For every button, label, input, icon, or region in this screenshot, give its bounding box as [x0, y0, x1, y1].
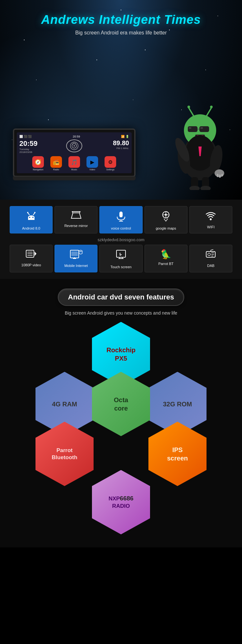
mobile-icon: [57, 249, 95, 261]
feature-mobile-label: Mobile Internet: [57, 263, 95, 268]
android-mascot: [165, 100, 236, 190]
svg-rect-12: [189, 127, 191, 129]
main-title: Andrews Intelligent Times: [0, 13, 242, 27]
svg-point-28: [200, 186, 211, 190]
feature-reverse: Reverse mirror: [55, 206, 97, 233]
svg-rect-57: [116, 250, 126, 257]
device-freq-unit: FM·1 MHz.: [85, 147, 129, 150]
hex-4gram-label: 4G RAM: [52, 400, 77, 408]
svg-rect-22: [219, 175, 221, 178]
voice-icon: [102, 210, 140, 224]
svg-line-5: [189, 108, 194, 116]
feature-touch-label: Touch screen: [102, 265, 140, 269]
feature-reverse-label: Reverse mirror: [57, 223, 95, 228]
hero-subtitle: Big screen Android era makes life better: [0, 30, 242, 36]
svg-point-27: [189, 186, 200, 190]
device-date: 2018/03/06: [19, 151, 64, 154]
feature-maps: google maps: [145, 206, 187, 233]
radio-icon: [66, 139, 82, 152]
maps-icon: [147, 210, 185, 224]
svg-point-62: [208, 253, 210, 256]
hex-32grom-label: 32G ROM: [163, 400, 192, 408]
app-music: 🎵 Music: [66, 156, 82, 171]
hero-title-block: Andrews Intelligent Times Big screen And…: [0, 0, 242, 36]
svg-rect-23: [221, 174, 223, 176]
hex-parrot-bt: ParrotBluetooth: [35, 422, 94, 486]
features-grid-row1: Android 8.0 Reverse mirror: [10, 206, 232, 233]
seven-features-subtitle: Big screen Android gives you new concept…: [10, 310, 232, 316]
feature-maps-label: google maps: [147, 226, 185, 231]
hex-radio: NXP6686RADIO: [92, 470, 150, 535]
dab-icon: [192, 249, 230, 261]
svg-line-31: [28, 213, 29, 215]
hex-radio-label: NXP6686RADIO: [108, 495, 133, 510]
feature-parrot-label: Parrot BT: [147, 261, 185, 266]
svg-rect-39: [119, 212, 123, 217]
svg-point-46: [210, 218, 212, 220]
feature-android-label: Android 8.0: [12, 226, 50, 231]
hex-ips: IPSscreen: [148, 422, 207, 486]
device-frequency: 89.80: [85, 139, 129, 147]
feature-wifi: WIFI: [189, 206, 232, 233]
svg-line-67: [211, 250, 213, 250]
svg-rect-53: [71, 251, 78, 256]
touch-icon: [102, 249, 140, 263]
svg-point-6: [187, 106, 190, 108]
feature-video: 1080P video: [10, 245, 53, 272]
svg-point-8: [210, 106, 213, 108]
feature-dab-label: DAB: [192, 263, 230, 268]
svg-rect-13: [200, 127, 203, 129]
hex-octacore: Octacore: [92, 372, 150, 436]
hex-ips-label: IPSscreen: [167, 446, 188, 462]
feature-wifi-label: WIFI: [192, 225, 230, 229]
app-navigation: 🧭 Navigation: [30, 156, 46, 171]
wifi-icon: [192, 210, 230, 223]
svg-point-2: [74, 145, 75, 147]
hexagon-container: RockchipPX5 4G RAM 32G ROM Octacore Parr…: [10, 322, 232, 541]
device-time: 20:59: [19, 139, 64, 148]
svg-point-54: [79, 250, 83, 254]
svg-point-30: [32, 217, 34, 218]
hex-octacore-label: Octacore: [114, 396, 128, 412]
feature-dab: DAB: [189, 245, 232, 272]
svg-point-34: [34, 212, 35, 213]
reverse-icon: [57, 210, 95, 222]
hero-section: Andrews Intelligent Times Big screen And…: [0, 0, 242, 200]
svg-point-32: [27, 212, 28, 213]
device-apps: 🧭 Navigation 📻 Radio 🎵 Music ▶ Video: [19, 156, 129, 171]
svg-marker-35: [71, 213, 81, 218]
seven-features-badge: Android car dvd seven features: [58, 289, 185, 306]
device-time-status: 20:59: [73, 135, 80, 138]
svg-marker-51: [35, 251, 36, 256]
svg-point-29: [29, 217, 30, 218]
website-label: szklydedvd.bossgoo.com: [10, 233, 232, 245]
svg-rect-10: [199, 126, 209, 132]
hex-rockchip-label: RockchipPX5: [106, 346, 136, 363]
app-video: ▶ Video: [84, 156, 100, 171]
svg-line-33: [33, 213, 35, 215]
svg-rect-21: [217, 174, 218, 177]
device-day: Tuesday: [19, 148, 64, 151]
feature-android: Android 8.0: [10, 206, 53, 233]
svg-line-7: [207, 108, 211, 116]
feature-video-label: 1080P video: [12, 263, 50, 267]
app-radio: 📻 Radio: [48, 156, 64, 171]
feature-voice: voice control: [99, 206, 142, 233]
device-mockup: ⬜ ⬛ ⬛ 20:59 📶 🔋 20:59 Tuesday 2018/03/06: [13, 128, 136, 180]
hex-parrot-bt-label: ParrotBluetooth: [52, 447, 77, 461]
features-grid-row2: 1080P video Mobile Internet: [10, 245, 232, 272]
video-icon: [12, 249, 50, 261]
feature-touch: Touch screen: [99, 245, 142, 272]
app-settings: ⚙ Settings: [102, 156, 118, 171]
feature-parrot: 🦜 Parrot BT: [145, 245, 187, 272]
parrot-icon: 🦜: [147, 249, 185, 260]
feature-voice-label: voice control: [102, 226, 140, 231]
android-icon: [12, 210, 50, 224]
feature-mobile: Mobile Internet: [55, 245, 97, 272]
seven-features-section: Android car dvd seven features Big scree…: [0, 279, 242, 547]
svg-rect-9: [188, 126, 197, 132]
features-section: Android 8.0 Reverse mirror: [0, 200, 242, 279]
